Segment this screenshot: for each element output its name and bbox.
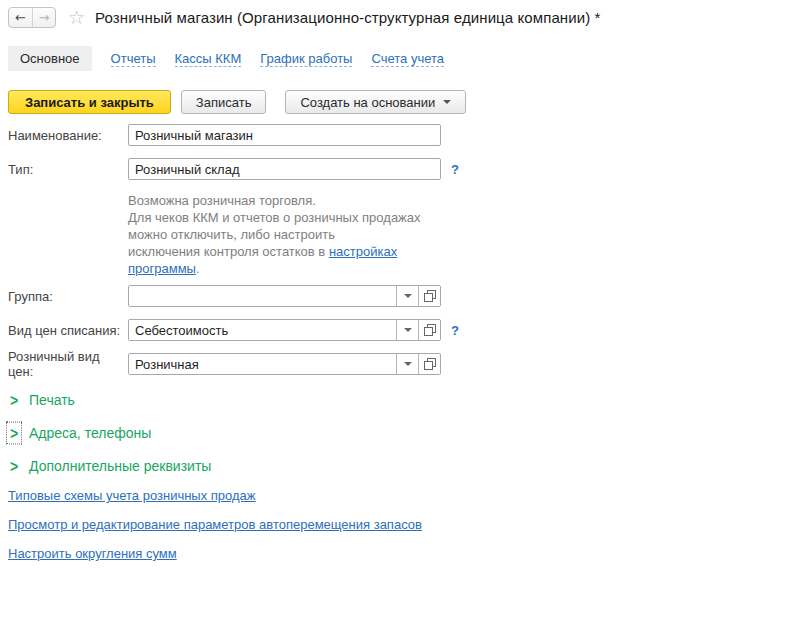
hint-line: исключения контроля остатков в настройка… <box>128 243 433 277</box>
writeoff-price-label: Вид цен списания: <box>8 323 128 338</box>
hint-line: можно отключить, либо настроить <box>128 226 433 243</box>
page-title: Розничный магазин (Организационно-структ… <box>95 9 600 26</box>
tab-osnovnoe[interactable]: Основное <box>8 46 92 71</box>
writeoff-price-row: Вид цен списания: ? <box>8 319 812 341</box>
type-hint-text: Возможна розничная торговля. Для чеков К… <box>128 192 433 277</box>
tab-otchety[interactable]: Отчеты <box>111 51 156 67</box>
typical-schemes-link[interactable]: Типовые схемы учета розничных продаж <box>8 489 256 503</box>
save-close-button[interactable]: Записать и закрыть <box>8 90 171 114</box>
type-label: Тип: <box>8 162 128 177</box>
retail-price-input[interactable] <box>129 354 396 374</box>
tab-grafik-raboty[interactable]: График работы <box>260 51 352 67</box>
create-based-on-label: Создать на основании <box>300 95 435 110</box>
type-input[interactable] <box>128 158 441 180</box>
group-row: Группа: <box>8 285 812 307</box>
hint-line: Возможна розничная торговля. <box>128 192 433 209</box>
tab-scheta-ucheta[interactable]: Счета учета <box>371 51 444 67</box>
retail-price-combo <box>128 353 441 375</box>
name-input[interactable] <box>128 124 441 146</box>
collapsible-sections: > Печать > Адреса, телефоны > Дополнител… <box>8 390 812 476</box>
section-label: Адреса, телефоны <box>29 425 151 441</box>
form-window: ← → ☆ Розничный магазин (Организационно-… <box>0 0 812 627</box>
writeoff-price-help-icon[interactable]: ? <box>451 323 459 338</box>
writeoff-price-dropdown-button[interactable] <box>396 320 418 340</box>
writeoff-price-open-button[interactable] <box>418 320 440 340</box>
retail-price-dropdown-button[interactable] <box>396 354 418 374</box>
tab-kassy-kkm[interactable]: Кассы ККМ <box>175 51 242 67</box>
retail-price-label: Розничный вид цен: <box>8 349 128 379</box>
section-label: Печать <box>29 392 75 408</box>
open-form-icon <box>424 358 436 370</box>
chevron-right-icon: > <box>8 424 20 442</box>
forward-button[interactable]: → <box>32 8 55 27</box>
chevron-down-icon <box>404 362 412 366</box>
back-button[interactable]: ← <box>9 8 32 27</box>
favorite-star-icon[interactable]: ☆ <box>68 6 85 28</box>
writeoff-price-input[interactable] <box>129 320 396 340</box>
save-button[interactable]: Записать <box>181 90 267 114</box>
group-label: Группа: <box>8 289 128 304</box>
open-form-icon <box>424 290 436 302</box>
chevron-down-icon <box>443 100 451 104</box>
create-based-on-button[interactable]: Создать на основании <box>285 90 466 114</box>
group-input[interactable] <box>129 286 396 306</box>
history-nav: ← → <box>8 7 56 28</box>
type-help-icon[interactable]: ? <box>451 162 459 177</box>
command-bar: Записать и закрыть Записать Создать на о… <box>8 90 812 114</box>
section-adresa-telefony[interactable]: > Адреса, телефоны <box>8 423 812 443</box>
chevron-right-icon: > <box>8 457 20 475</box>
hint-line: Для чеков ККМ и отчетов о розничных прод… <box>128 209 433 226</box>
open-form-icon <box>424 324 436 336</box>
writeoff-price-combo <box>128 319 441 341</box>
group-open-button[interactable] <box>418 286 440 306</box>
chevron-right-icon: > <box>8 391 20 409</box>
retail-price-open-button[interactable] <box>418 354 440 374</box>
retail-price-row: Розничный вид цен: <box>8 353 812 375</box>
section-dopolnitelnye-rekvizity[interactable]: > Дополнительные реквизиты <box>8 456 812 476</box>
section-label: Дополнительные реквизиты <box>29 458 211 474</box>
chevron-down-icon <box>404 294 412 298</box>
tab-bar: Основное Отчеты Кассы ККМ График работы … <box>8 46 812 71</box>
auto-movement-params-link[interactable]: Просмотр и редактирование параметров авт… <box>8 518 422 532</box>
section-pechat[interactable]: > Печать <box>8 390 812 410</box>
window-header: ← → ☆ Розничный магазин (Организационно-… <box>8 5 812 29</box>
chevron-down-icon <box>404 328 412 332</box>
form-body: Наименование: Тип: ? Возможна розничная … <box>8 124 812 561</box>
group-dropdown-button[interactable] <box>396 286 418 306</box>
group-combo <box>128 285 441 307</box>
type-row: Тип: ? <box>8 158 812 180</box>
bottom-links: Типовые схемы учета розничных продаж Про… <box>8 489 812 561</box>
name-label: Наименование: <box>8 128 128 143</box>
rounding-settings-link[interactable]: Настроить округления сумм <box>8 547 177 561</box>
name-row: Наименование: <box>8 124 812 146</box>
